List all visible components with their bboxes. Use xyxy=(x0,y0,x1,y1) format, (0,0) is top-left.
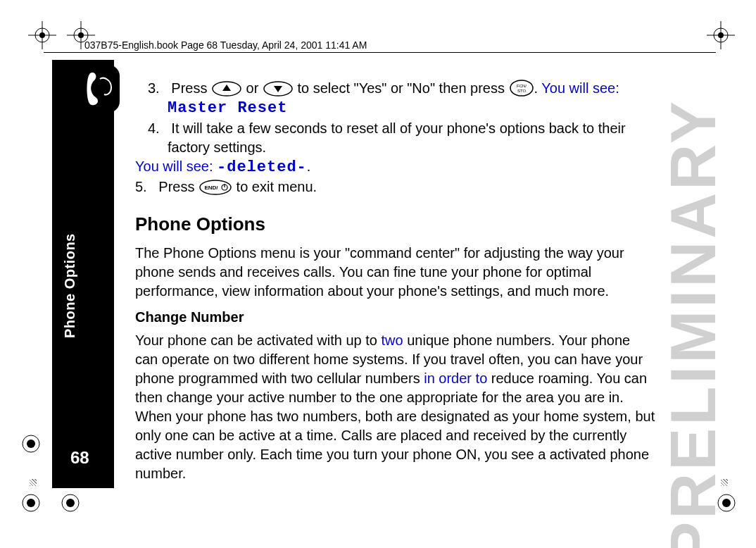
p2-two: two xyxy=(382,332,403,348)
crop-mark-top-left xyxy=(28,21,56,49)
fcn-sto-key-icon: FCN/STO xyxy=(509,80,534,96)
svg-text:END/: END/ xyxy=(204,185,218,191)
svg-point-7 xyxy=(78,32,84,38)
step-5-num: 5. xyxy=(135,179,147,194)
paragraph-2: Your phone can be activated with up to t… xyxy=(135,331,656,483)
end-power-key-icon: END/ xyxy=(199,180,232,195)
see-dot: . xyxy=(307,158,311,174)
step-3-c: to select "Yes" or "No" then press xyxy=(294,80,509,96)
p2-c: reduce roaming. You can then change your… xyxy=(135,370,655,481)
step-5: 5. Press END/ to exit menu. xyxy=(135,178,656,197)
step-3-a: Press xyxy=(171,80,211,96)
svg-point-17 xyxy=(66,499,75,507)
content-area: 3. Press or to select "Yes" or "No" then… xyxy=(135,79,656,483)
lcd-master-reset: Master Reset xyxy=(168,99,287,117)
phone-handset-icon xyxy=(79,65,120,113)
gray-swatch-left xyxy=(30,479,37,486)
step-5-b: to exit menu. xyxy=(232,179,317,194)
up-arrow-key-icon xyxy=(211,81,242,96)
svg-point-24 xyxy=(510,80,533,96)
page: 037B75-English.book Page 68 Tuesday, Apr… xyxy=(0,0,756,548)
step-4: 4. It will take a few seconds to reset a… xyxy=(148,119,656,157)
svg-text:STO: STO xyxy=(517,89,526,93)
bullseye-left-2 xyxy=(21,493,41,513)
svg-point-11 xyxy=(718,32,724,38)
crop-mark-top-left-2 xyxy=(67,21,95,49)
header-rule xyxy=(44,52,716,53)
p2-inorder: in order to xyxy=(424,370,487,386)
step-3: 3. Press or to select "Yes" or "No" then… xyxy=(148,79,656,119)
svg-text:FCN/: FCN/ xyxy=(517,84,527,88)
down-arrow-key-icon xyxy=(263,81,294,96)
heading-phone-options: Phone Options xyxy=(135,212,656,237)
svg-point-15 xyxy=(27,499,35,507)
bullseye-left-3 xyxy=(61,493,80,513)
svg-point-13 xyxy=(27,440,35,448)
sidebar-label: Phone Options xyxy=(62,233,78,338)
paragraph-1: The Phone Options menu is your "command … xyxy=(135,244,656,301)
see-deleted-line: You will see: -deleted-. xyxy=(135,157,656,178)
step-4-text: It will take a few seconds to reset all … xyxy=(168,120,626,155)
header-meta: 037B75-English.book Page 68 Tuesday, Apr… xyxy=(84,39,367,51)
svg-point-3 xyxy=(39,32,45,38)
bullseye-left-1 xyxy=(21,434,41,454)
page-number: 68 xyxy=(70,448,89,468)
crop-mark-top-right xyxy=(707,21,735,49)
p2-a: Your phone can be activated with up to xyxy=(135,332,382,348)
lcd-deleted: -deleted- xyxy=(217,158,307,176)
step-3-b: or xyxy=(242,80,263,96)
heading-change-number: Change Number xyxy=(135,308,656,327)
step-3-num: 3. xyxy=(148,80,160,96)
see-label: You will see: xyxy=(135,158,217,174)
step-3-see: You will see: xyxy=(541,80,619,96)
step-5-a: Press xyxy=(158,179,199,194)
step-3-d: . xyxy=(534,80,542,96)
preliminary-watermark: PRELIMINARY xyxy=(657,99,730,548)
step-4-num: 4. xyxy=(148,120,160,136)
